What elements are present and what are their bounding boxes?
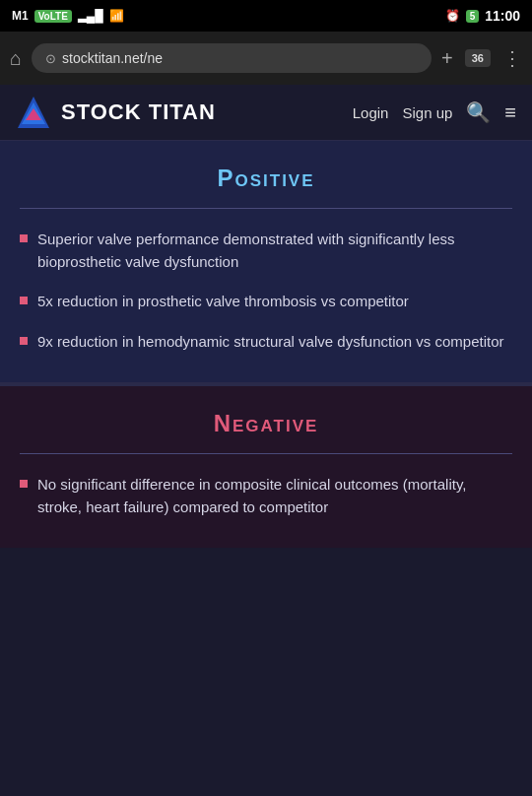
negative-title: Negative bbox=[20, 410, 512, 437]
list-item: No significant difference in composite c… bbox=[20, 474, 512, 518]
bullet-icon bbox=[20, 297, 28, 304]
positive-item-2: 5x reduction in prosthetic valve thrombo… bbox=[37, 291, 409, 313]
header-nav: Login Sign up 🔍 ≡ bbox=[353, 100, 516, 124]
url-text: stocktitan.net/ne bbox=[62, 50, 163, 66]
carrier-label: M1 bbox=[12, 9, 29, 23]
browser-chrome: ⌂ ⊙ stocktitan.net/ne + 36 ⋮ bbox=[0, 32, 532, 85]
signal-icon: ▂▄█ bbox=[78, 9, 103, 23]
bullet-icon bbox=[20, 480, 28, 488]
logo-icon bbox=[16, 95, 51, 130]
menu-icon[interactable]: ≡ bbox=[504, 101, 516, 124]
list-item: 5x reduction in prosthetic valve thrombo… bbox=[20, 291, 512, 313]
url-bar[interactable]: ⊙ stocktitan.net/ne bbox=[32, 43, 432, 73]
bullet-icon bbox=[20, 337, 28, 345]
wifi-icon: 📶 bbox=[109, 9, 124, 23]
list-item: Superior valve performance demonstrated … bbox=[20, 229, 512, 273]
main-content: Positive Superior valve performance demo… bbox=[0, 141, 532, 548]
more-menu-button[interactable]: ⋮ bbox=[502, 46, 522, 70]
negative-item-1: No significant difference in composite c… bbox=[37, 474, 512, 518]
home-icon[interactable]: ⌂ bbox=[10, 47, 22, 70]
negative-bullet-list: No significant difference in composite c… bbox=[20, 474, 512, 518]
status-right: ⏰ 5 11:00 bbox=[445, 8, 520, 24]
tab-count-button[interactable]: 36 bbox=[465, 49, 491, 67]
negative-divider bbox=[20, 453, 512, 454]
list-item: 9x reduction in hemodynamic structural v… bbox=[20, 331, 512, 354]
new-tab-button[interactable]: + bbox=[441, 47, 453, 70]
site-header: STOCK TITAN Login Sign up 🔍 ≡ bbox=[0, 85, 532, 141]
positive-item-3: 9x reduction in hemodynamic structural v… bbox=[37, 331, 504, 354]
status-time: 11:00 bbox=[485, 8, 520, 24]
status-left: M1 VoLTE ▂▄█ 📶 bbox=[12, 9, 124, 23]
browser-actions: + 36 ⋮ bbox=[441, 46, 522, 70]
bullet-icon bbox=[20, 234, 28, 242]
login-link[interactable]: Login bbox=[353, 104, 389, 121]
signup-link[interactable]: Sign up bbox=[402, 104, 452, 121]
status-bar: M1 VoLTE ▂▄█ 📶 ⏰ 5 11:00 bbox=[0, 0, 532, 32]
url-security-icon: ⊙ bbox=[45, 51, 56, 66]
positive-divider bbox=[20, 208, 512, 209]
battery-badge: 5 bbox=[466, 10, 480, 23]
volte-badge: VoLTE bbox=[34, 10, 72, 23]
positive-section: Positive Superior valve performance demo… bbox=[0, 141, 532, 386]
positive-title: Positive bbox=[20, 165, 512, 192]
site-title: STOCK TITAN bbox=[61, 100, 343, 125]
negative-section: Negative No significant difference in co… bbox=[0, 386, 532, 548]
positive-bullet-list: Superior valve performance demonstrated … bbox=[20, 229, 512, 353]
alarm-icon: ⏰ bbox=[445, 9, 460, 23]
positive-item-1: Superior valve performance demonstrated … bbox=[37, 229, 512, 273]
search-icon[interactable]: 🔍 bbox=[466, 100, 491, 124]
